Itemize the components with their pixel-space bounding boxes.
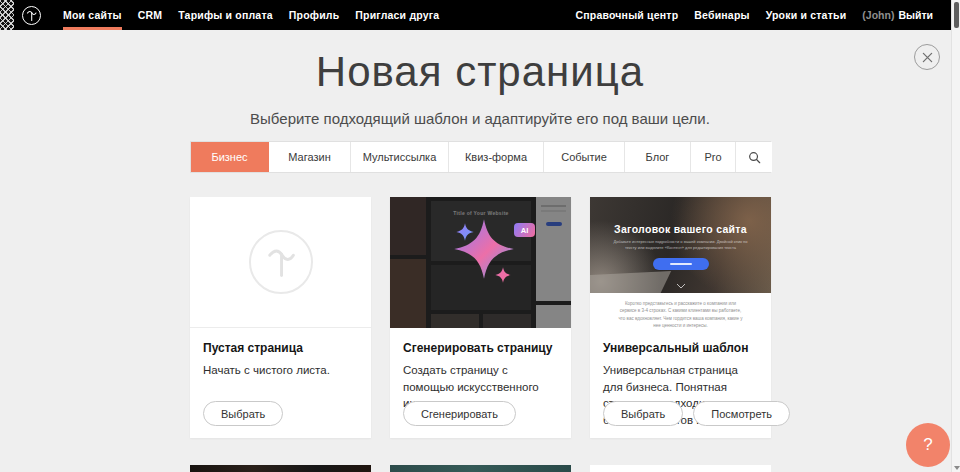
user-session: (John) Выйти <box>854 0 941 30</box>
logout-link[interactable]: Выйти <box>898 9 933 21</box>
window-edge-pattern <box>0 0 14 30</box>
nav-item-tariffs[interactable]: Тарифы и оплата <box>170 0 281 30</box>
secondary-nav: Справочный центр Вебинары Уроки и статьи… <box>567 0 951 30</box>
nav-item-help-center[interactable]: Справочный центр <box>567 0 686 30</box>
card-title: Универсальный шаблон <box>603 341 758 355</box>
nav-item-crm[interactable]: CRM <box>130 0 171 30</box>
template-card-blank-page[interactable]: Пустая страница Начать с чистого листа. … <box>190 197 371 438</box>
card-title: Сгенерировать страницу <box>403 341 558 355</box>
tab-multilink[interactable]: Мультиссылка <box>351 142 449 172</box>
new-page-modal: Мои сайты CRM Тарифы и оплата Профиль Пр… <box>0 0 960 472</box>
search-icon <box>748 151 761 164</box>
ai-badge: AI <box>514 223 535 237</box>
nav-item-my-sites[interactable]: Мои сайты <box>55 0 130 30</box>
card-body: Универсальный шаблон Универсальная стран… <box>590 328 771 438</box>
tab-event[interactable]: Событие <box>544 142 625 172</box>
nav-item-lessons[interactable]: Уроки и статьи <box>758 0 855 30</box>
template-card-partial[interactable] <box>590 465 771 472</box>
card-body: Пустая страница Начать с чистого листа. … <box>190 328 371 438</box>
scrollbar[interactable] <box>951 0 960 472</box>
tab-shop[interactable]: Магазин <box>269 142 351 172</box>
tab-pro[interactable]: Pro <box>691 142 736 172</box>
page-title: Новая страница <box>0 48 960 96</box>
nav-item-invite-friend[interactable]: Пригласи друга <box>347 0 447 30</box>
generate-button[interactable]: Сгенерировать <box>403 401 516 426</box>
universal-preview: Заголовок вашего сайта Добавьте интересн… <box>590 197 771 328</box>
close-modal-button[interactable] <box>914 44 940 70</box>
template-card-partial[interactable] <box>190 465 371 472</box>
top-navigation-bar: Мои сайты CRM Тарифы и оплата Профиль Пр… <box>0 0 951 30</box>
help-button[interactable]: ? <box>906 423 950 467</box>
card-description: Начать с чистого листа. <box>203 362 358 379</box>
template-hero: Заголовок вашего сайта Добавьте интересн… <box>590 197 771 293</box>
sparkle-small-icon <box>495 267 511 283</box>
template-hero-cta-button <box>653 258 709 270</box>
card-body: Сгенерировать страницу Создать страницу … <box>390 328 571 438</box>
tab-business[interactable]: Бизнес <box>191 142 269 172</box>
main-nav: Мои сайты CRM Тарифы и оплата Профиль Пр… <box>55 0 447 30</box>
tab-quiz-form[interactable]: Квиз-форма <box>449 142 544 172</box>
tilda-watermark-icon <box>249 230 313 294</box>
scrollbar-thumb[interactable] <box>954 2 959 28</box>
user-name: (John) <box>862 9 894 21</box>
template-hero-title: Заголовок вашего сайта <box>590 223 771 235</box>
blank-page-preview <box>190 197 371 328</box>
template-card-universal[interactable]: Заголовок вашего сайта Добавьте интересн… <box>590 197 771 438</box>
scrollbar-arrow-icon[interactable] <box>954 466 960 470</box>
template-body-text: Коротко представьтесь и расскажите о ком… <box>616 300 745 328</box>
chevron-down-icon <box>676 283 686 289</box>
nav-item-webinars[interactable]: Вебинары <box>686 0 757 30</box>
tilda-logo[interactable] <box>14 0 55 30</box>
nav-item-profile[interactable]: Профиль <box>281 0 348 30</box>
template-category-tabs: Бизнес Магазин Мультиссылка Квиз-форма С… <box>190 141 771 173</box>
tilda-logo-icon <box>22 6 41 25</box>
template-hero-text: Добавьте интересные подробности о вашей … <box>611 239 751 252</box>
search-tab-button[interactable] <box>736 142 772 172</box>
tab-blog[interactable]: Блог <box>625 142 691 172</box>
template-card-ai-generate[interactable]: Title of Your Website <box>390 197 571 438</box>
card-title: Пустая страница <box>203 341 358 355</box>
choose-blank-button[interactable]: Выбрать <box>203 401 283 426</box>
ai-preview: Title of Your Website <box>390 197 571 328</box>
template-card-partial[interactable] <box>390 465 571 472</box>
preview-universal-button[interactable]: Посмотреть <box>693 401 790 426</box>
close-icon <box>922 52 933 63</box>
page-subtitle: Выберите подходящий шаблон и адаптируйте… <box>0 110 960 127</box>
template-body-section: Коротко представьтесь и расскажите о ком… <box>590 293 771 328</box>
choose-universal-button[interactable]: Выбрать <box>603 401 683 426</box>
